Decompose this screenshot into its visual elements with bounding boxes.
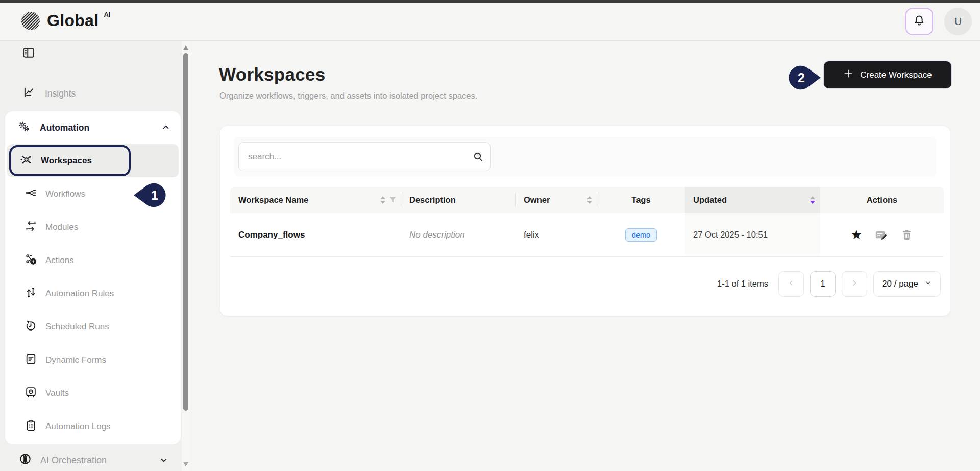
- cell-updated: 27 Oct 2025 - 10:51: [685, 213, 820, 256]
- sidebar-scrollbar[interactable]: [182, 41, 190, 471]
- sidebar-item-workflows[interactable]: Workflows: [5, 177, 181, 210]
- column-label: Workspace Name: [238, 195, 308, 205]
- sidebar: Insights Automation: [0, 41, 182, 471]
- column-header-updated[interactable]: Updated: [685, 187, 820, 213]
- sidebar-item-workspaces[interactable]: Workspaces 1: [5, 144, 181, 177]
- sort-control[interactable]: [380, 196, 385, 204]
- sidebar-item-ai-orchestration[interactable]: AI Orchestration: [0, 449, 182, 471]
- pagination: 1-1 of 1 items 1 20 / page: [717, 270, 941, 298]
- workflows-icon: [24, 186, 37, 202]
- column-header-description: Description: [401, 187, 516, 213]
- search-input[interactable]: [238, 142, 491, 171]
- sidebar-item-label: Modules: [45, 222, 78, 232]
- column-label: Owner: [524, 195, 550, 205]
- pagination-total: 1-1 of 1 items: [717, 279, 768, 289]
- sidebar-collapse-button[interactable]: [20, 45, 37, 61]
- sort-control[interactable]: [587, 196, 592, 204]
- cell-tags: demo: [597, 213, 685, 256]
- delete-trash-icon[interactable]: [900, 228, 913, 241]
- tag-chip: demo: [625, 228, 657, 242]
- sidebar-item-label: Automation: [40, 123, 89, 133]
- automation-section-card: Automation: [5, 111, 181, 444]
- column-label: Actions: [867, 195, 898, 205]
- cell-workspace-name: Company_flows: [230, 213, 401, 256]
- page-subtitle: Organize workflows, triggers, and assets…: [219, 91, 477, 101]
- pagination-page-1-button[interactable]: 1: [810, 271, 836, 297]
- search-field: [238, 142, 491, 171]
- pagination-page-number: 1: [820, 279, 825, 289]
- sidebar-item-automation-logs[interactable]: Automation Logs: [5, 410, 181, 443]
- workspaces-hub-icon: [19, 153, 33, 169]
- favorite-star-icon[interactable]: ★: [851, 228, 862, 241]
- sidebar-item-automation-rules[interactable]: Automation Rules: [5, 277, 181, 310]
- page-title: Workspaces: [219, 64, 326, 85]
- logo: Global AI: [19, 9, 110, 34]
- ai-orchestration-icon: [18, 452, 32, 468]
- scrollbar-up-arrow[interactable]: [183, 45, 188, 50]
- sidebar-item-label: AI Orchestration: [40, 455, 107, 466]
- page-size-select[interactable]: 20 / page: [873, 271, 941, 297]
- scrollbar-thumb[interactable]: [183, 53, 188, 411]
- plus-icon: [843, 68, 853, 81]
- sidebar-item-label: Automation Logs: [45, 421, 111, 432]
- cell-actions: ★: [820, 213, 944, 256]
- column-label: Tags: [631, 195, 650, 205]
- create-workspace-label: Create Workspace: [860, 70, 932, 80]
- column-header-owner[interactable]: Owner: [516, 187, 597, 213]
- avatar-initial: U: [954, 16, 962, 28]
- automation-rules-icon: [24, 286, 37, 301]
- scrollbar-down-arrow[interactable]: [183, 462, 188, 466]
- annotation-badge-2-number: 2: [794, 62, 809, 93]
- chevron-left-icon: [787, 279, 795, 289]
- selected-item-outline[interactable]: Workspaces: [9, 145, 131, 176]
- sidebar-item-label: Workflows: [45, 189, 85, 199]
- notifications-button[interactable]: [905, 8, 933, 35]
- sidebar-item-insights[interactable]: Insights: [22, 86, 76, 102]
- column-label: Description: [409, 195, 456, 205]
- header-actions: U: [905, 8, 972, 35]
- sidebar-item-dynamic-forms[interactable]: Dynamic Forms: [5, 343, 181, 376]
- sidebar-item-vaults[interactable]: Vaults: [5, 376, 181, 410]
- sort-control-active[interactable]: [810, 196, 815, 204]
- panel-collapse-icon: [21, 54, 36, 61]
- sidebar-item-label: Vaults: [45, 388, 69, 398]
- column-header-workspace-name[interactable]: Workspace Name: [230, 187, 401, 213]
- sidebar-item-modules[interactable]: Modules: [5, 210, 181, 244]
- sidebar-item-label: Scheduled Runs: [45, 322, 109, 332]
- table-row: Company_flows No description felix demo …: [230, 213, 944, 257]
- pagination-prev-button[interactable]: [778, 271, 804, 297]
- logo-mark-icon: [19, 9, 42, 34]
- cell-owner: felix: [516, 213, 597, 256]
- column-label: Updated: [693, 195, 727, 205]
- chevron-down-icon: [159, 456, 168, 467]
- user-avatar[interactable]: U: [944, 8, 972, 35]
- column-header-actions: Actions: [820, 187, 944, 213]
- annotation-badge-2: 2: [788, 62, 822, 93]
- chevron-down-icon: [924, 279, 932, 289]
- create-workspace-button[interactable]: Create Workspace: [824, 61, 951, 88]
- sidebar-item-label: Dynamic Forms: [45, 355, 106, 365]
- chevron-right-icon: [850, 279, 859, 289]
- pagination-next-button[interactable]: [842, 271, 867, 297]
- workspaces-table: Workspace Name Description Owner: [230, 187, 944, 257]
- table-toolbar: [234, 137, 936, 176]
- sidebar-item-actions[interactable]: Actions: [5, 244, 181, 277]
- page-size-value: 20 / page: [882, 279, 918, 289]
- search-icon[interactable]: [472, 150, 484, 165]
- logo-superscript: AI: [104, 11, 110, 18]
- chevron-up-icon: [161, 123, 170, 134]
- app-root: Global AI U: [0, 0, 980, 471]
- modules-icon: [24, 220, 37, 235]
- edit-icon[interactable]: [874, 228, 888, 242]
- automation-logs-icon: [24, 419, 37, 434]
- actions-icon: [24, 253, 37, 268]
- sidebar-item-automation[interactable]: Automation: [5, 111, 181, 144]
- sidebar-item-label: Actions: [45, 255, 74, 266]
- filter-icon[interactable]: [389, 195, 396, 205]
- dynamic-forms-icon: [24, 352, 37, 368]
- automation-gears-icon: [17, 120, 31, 136]
- bell-icon: [913, 14, 926, 29]
- app-header: Global AI U: [0, 3, 980, 41]
- sidebar-item-scheduled-runs[interactable]: Scheduled Runs: [5, 310, 181, 343]
- column-header-tags: Tags: [597, 187, 685, 213]
